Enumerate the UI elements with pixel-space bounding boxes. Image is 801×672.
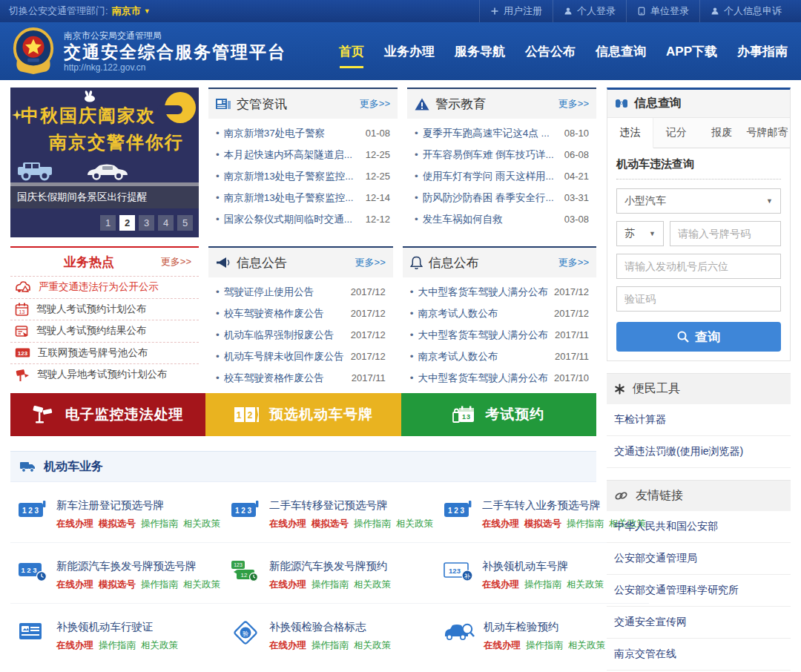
engine-number-input[interactable] — [616, 254, 781, 279]
tab-points[interactable]: 记分 — [653, 118, 699, 148]
nav-service-guide[interactable]: 服务导航 — [455, 43, 505, 60]
operation-guide-link[interactable]: 操作指南 — [141, 518, 178, 530]
service-name[interactable]: 新能源汽车换发号牌预约 — [269, 559, 391, 573]
operation-guide-link[interactable]: 操作指南 — [99, 639, 136, 652]
nav-app-download[interactable]: APP下载 — [666, 43, 717, 60]
nav-handling-guide[interactable]: 办事指南 — [737, 43, 788, 60]
online-handle-link[interactable]: 在线办理 — [269, 639, 306, 652]
svg-text:1 2 3: 1 2 3 — [22, 507, 39, 515]
page-dot-4[interactable]: 4 — [158, 215, 174, 231]
operation-guide-link[interactable]: 操作指南 — [526, 639, 563, 652]
list-item: •南京考试人数公布2017/12 — [410, 303, 589, 324]
form-title: 机动车违法查询 — [616, 157, 781, 179]
nav-home[interactable]: 首页 — [339, 43, 364, 60]
related-policy-link[interactable]: 相关政策 — [141, 639, 178, 652]
operation-guide-link[interactable]: 操作指南 — [354, 518, 391, 530]
info-query-header: 信息查询 — [607, 90, 790, 118]
related-policy-link[interactable]: 相关政策 — [354, 639, 391, 652]
tab-plate-mail[interactable]: 号牌邮寄 — [745, 118, 790, 148]
police-badge-logo — [10, 27, 56, 76]
service-name[interactable]: 补换领机动车号牌 — [482, 559, 604, 573]
nav-announcements[interactable]: 公告公布 — [525, 43, 576, 60]
list-item: •使用车灯有学问 雨天这样用...04-21 — [415, 165, 589, 187]
province-select[interactable]: 苏 ▼ — [616, 221, 664, 246]
svg-text:1 2 3: 1 2 3 — [235, 507, 252, 515]
friend-link[interactable]: 交通安全宣传网 — [607, 607, 791, 639]
nav-info-query[interactable]: 信息查询 — [596, 43, 646, 60]
service-name[interactable]: 补换领机动车行驶证 — [56, 620, 178, 634]
online-handle-link[interactable]: 在线办理 — [56, 639, 93, 652]
surveillance-violation-banner[interactable]: 电子监控违法处理 — [10, 393, 205, 436]
list-item: •校车驾驶资格作废公告2017/11 — [216, 367, 386, 389]
captcha-input[interactable] — [616, 286, 781, 312]
personal-info-appeal-link[interactable]: 个人信息申诉 — [699, 0, 792, 22]
more-link[interactable]: 更多>> — [558, 97, 589, 111]
vehicle-services-grid: 1 2 3 新车注册登记预选号牌 在线办理 模拟选号 操作指南 相关政策 1 2… — [10, 482, 596, 664]
svg-text:123: 123 — [18, 350, 28, 357]
friend-link[interactable]: 公安部交通管理局 — [607, 543, 791, 575]
mock-selection-link[interactable]: 模拟选号 — [312, 518, 349, 530]
tab-violation[interactable]: 违法 — [607, 118, 653, 148]
operation-guide-link[interactable]: 操作指南 — [312, 579, 349, 591]
topbar: 切换公安交通管理部门: 南京市 ▼ 用户注册 个人登录 单位登录 个人信息申诉 — [0, 0, 801, 22]
page-dot-1[interactable]: 1 — [100, 215, 116, 231]
online-handle-link[interactable]: 在线办理 — [56, 579, 93, 591]
friend-link[interactable]: 南京交管在线 — [607, 639, 791, 671]
tool-link[interactable]: 交通违法罚缴(使用ie浏览器) — [607, 436, 791, 468]
nav-business[interactable]: 业务办理 — [384, 43, 435, 60]
service-item: 1 2 3 二手车转移登记预选号牌 在线办理 模拟选号 操作指南 相关政策 — [223, 482, 436, 543]
service-name[interactable]: 补换领检验合格标志 — [269, 620, 391, 634]
operation-guide-link[interactable]: 操作指南 — [312, 639, 349, 652]
banner-caption[interactable]: 国庆长假期间各景区出行提醒 — [10, 186, 199, 208]
newspaper-icon — [216, 98, 231, 110]
more-link[interactable]: 更多>> — [360, 97, 390, 111]
tab-scrap[interactable]: 报废 — [699, 118, 745, 148]
related-policy-link[interactable]: 相关政策 — [568, 639, 605, 652]
vehicle-type-select[interactable]: 小型汽车 ▼ — [616, 188, 781, 214]
exam-appointment-banner[interactable]: 13 考试预约 — [401, 393, 596, 436]
related-policy-link[interactable]: 相关政策 — [354, 579, 391, 591]
online-handle-link[interactable]: 在线办理 — [56, 518, 93, 530]
plate-number-input[interactable] — [670, 221, 781, 246]
operation-guide-link[interactable]: 操作指南 — [567, 518, 604, 530]
tool-link[interactable]: 车检计算器 — [607, 404, 791, 436]
page-dot-2[interactable]: 2 — [119, 215, 135, 231]
service-name[interactable]: 新能源汽车换发号牌预选号牌 — [56, 559, 220, 573]
page-dot-3[interactable]: 3 — [139, 215, 154, 231]
operation-guide-link[interactable]: 操作指南 — [141, 579, 178, 591]
personal-login-link[interactable]: 个人登录 — [553, 0, 626, 22]
related-policy-link[interactable]: 相关政策 — [567, 579, 604, 591]
online-handle-link[interactable]: 在线办理 — [482, 518, 519, 530]
region-selector[interactable]: 南京市 — [112, 4, 141, 18]
online-handle-link[interactable]: 在线办理 — [269, 579, 306, 591]
query-submit-button[interactable]: 查询 — [616, 322, 781, 352]
unit-login-link[interactable]: 单位登录 — [626, 0, 699, 22]
service-name[interactable]: 二手车转移登记预选号牌 — [269, 498, 433, 513]
site-title: 交通安全综合服务管理平台 — [64, 42, 286, 63]
friend-link[interactable]: 中华人民共和国公安部 — [607, 511, 791, 543]
service-links: 在线办理 操作指南 相关政策 — [484, 639, 605, 652]
service-name[interactable]: 新车注册登记预选号牌 — [56, 498, 220, 513]
register-link[interactable]: 用户注册 — [479, 0, 553, 22]
more-link[interactable]: 更多>> — [558, 256, 589, 269]
friend-link[interactable]: 公安部交通管理科学研究所 — [607, 575, 791, 607]
info-publication-panel: 信息公布 更多>> •大中型客货车驾驶人满分公布2017/12 •南京考试人数公… — [403, 246, 596, 386]
related-policy-link[interactable]: 相关政策 — [396, 518, 433, 530]
online-handle-link[interactable]: 在线办理 — [484, 639, 521, 652]
plate-preselection-banner[interactable]: 12 预选机动车号牌 — [205, 393, 400, 436]
mock-selection-link[interactable]: 模拟选号 — [99, 579, 136, 591]
more-link[interactable]: 更多>> — [161, 255, 191, 269]
more-link[interactable]: 更多>> — [355, 256, 386, 269]
mock-selection-link[interactable]: 模拟选号 — [524, 518, 561, 530]
carousel-banner[interactable]: 中秋国庆阖家欢 南京交警伴你行 — [10, 88, 199, 237]
service-name[interactable]: 机动车检验预约 — [484, 620, 605, 634]
online-handle-link[interactable]: 在线办理 — [269, 518, 306, 530]
chain-link-icon — [614, 490, 628, 501]
mock-selection-link[interactable]: 模拟选号 — [99, 518, 136, 530]
page-dot-5[interactable]: 5 — [177, 215, 193, 231]
related-policy-link[interactable]: 相关政策 — [183, 579, 220, 591]
related-policy-link[interactable]: 相关政策 — [183, 518, 220, 530]
online-handle-link[interactable]: 在线办理 — [482, 579, 519, 591]
operation-guide-link[interactable]: 操作指南 — [524, 579, 561, 591]
service-links: 在线办理 操作指南 相关政策 — [269, 639, 391, 652]
